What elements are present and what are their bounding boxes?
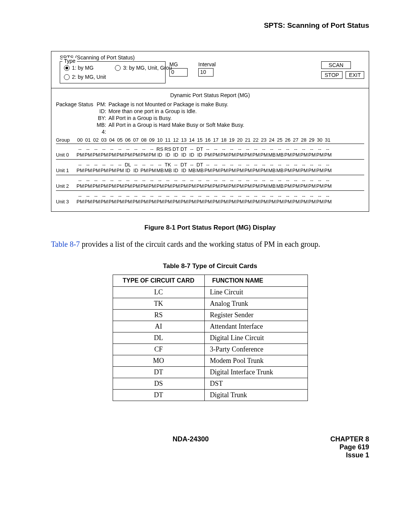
screenshot-controls: SPTS (Scanning of Port Status) Type 1: b… xyxy=(51,51,369,88)
group-col-header: 16 xyxy=(204,137,211,143)
status-cell: -- xyxy=(284,177,291,183)
status-cell: -- xyxy=(292,146,299,152)
unit-label-spacer xyxy=(56,193,76,199)
radio-label: 3: by MG, Unit, Grou xyxy=(123,65,172,71)
status-cell: ID xyxy=(180,168,187,173)
unit-block: ------------DL--------TK--DT--DT--------… xyxy=(56,160,364,175)
status-cell: PM xyxy=(164,199,171,204)
card-function-cell: Digital Interface Trunk xyxy=(204,367,307,378)
stop-button[interactable]: STOP xyxy=(321,71,342,79)
status-cell: MB xyxy=(276,152,283,158)
unit-label-spacer xyxy=(56,177,76,183)
status-cell: RS xyxy=(156,146,163,152)
status-cell: -- xyxy=(212,162,219,168)
status-cell: -- xyxy=(116,193,123,199)
status-cell: PM xyxy=(260,183,267,189)
status-cell: -- xyxy=(148,146,155,152)
status-cell: -- xyxy=(220,162,227,168)
status-cell: -- xyxy=(148,193,155,199)
status-cell: MB xyxy=(156,168,163,173)
status-cell: -- xyxy=(132,193,139,199)
status-cell: -- xyxy=(204,162,211,168)
status-cell: PM xyxy=(228,152,235,158)
radio-icon xyxy=(64,74,70,80)
status-cell: -- xyxy=(172,193,179,199)
status-cell: -- xyxy=(180,193,187,199)
status-cell: -- xyxy=(308,146,315,152)
status-cell: PM xyxy=(228,168,235,173)
status-cell: MB xyxy=(164,168,171,173)
page-footer: NDA-24300 CHAPTER 8 Page 619 Issue 1 xyxy=(51,435,369,459)
status-cell: PM xyxy=(204,152,211,158)
table-row: DLDigital Line Circuit xyxy=(113,332,307,344)
status-cell: PM xyxy=(300,168,307,173)
status-cell: -- xyxy=(148,162,155,168)
status-cell: PM xyxy=(108,168,115,173)
screenshot-title: SPTS (Scanning of Port Status) xyxy=(60,54,364,61)
status-cell: -- xyxy=(244,162,251,168)
status-cell: -- xyxy=(156,162,163,168)
radio-by-mg-unit[interactable]: 2: by MG, Unit xyxy=(64,74,106,80)
status-cell: -- xyxy=(124,193,131,199)
status-cell: PM xyxy=(252,152,259,158)
status-cell: PM xyxy=(76,168,83,173)
group-col-header: 02 xyxy=(92,137,99,143)
group-col-header: 08 xyxy=(140,137,147,143)
status-cell: -- xyxy=(188,177,195,183)
status-cell: -- xyxy=(300,177,307,183)
status-cell: -- xyxy=(244,177,251,183)
status-cell: PM xyxy=(92,152,99,158)
status-cell: PM xyxy=(324,199,331,204)
status-cell: -- xyxy=(276,193,283,199)
card-function-cell: Attendant Interface xyxy=(204,321,307,332)
status-cell: PM xyxy=(244,168,251,173)
status-cell: -- xyxy=(188,146,195,152)
screenshot-report: Dynamic Port Status Report (MG) Package … xyxy=(51,88,369,211)
card-function-cell: Digital Trunk xyxy=(204,390,307,401)
status-cell: -- xyxy=(84,193,91,199)
status-cell: PM xyxy=(148,152,155,158)
group-col-header: 13 xyxy=(180,137,187,143)
radio-label: 2: by MG, Unit xyxy=(72,74,106,80)
status-cell: -- xyxy=(316,162,323,168)
package-status-label: Package Status xyxy=(56,101,96,135)
group-col-header: 00 xyxy=(76,137,83,143)
interval-input[interactable]: 10 xyxy=(198,68,213,77)
status-cell: PM xyxy=(196,183,203,189)
mg-input[interactable]: 0 xyxy=(169,68,188,77)
status-cell: PM xyxy=(220,152,227,158)
package-status-legend: Package Status PM:Package is not Mounted… xyxy=(56,101,364,135)
card-type-cell: RS xyxy=(113,310,204,321)
table-header-function: FUNCTION NAME xyxy=(204,275,307,287)
legend-definition: ID:More than one port in a Group is Idle… xyxy=(96,108,244,114)
status-cell: -- xyxy=(244,146,251,152)
footer-issue: Issue 1 xyxy=(330,451,369,459)
status-cell: PM xyxy=(148,168,155,173)
status-cell: PM xyxy=(260,168,267,173)
status-cell: -- xyxy=(228,193,235,199)
status-cell: -- xyxy=(300,146,307,152)
status-cell: -- xyxy=(212,177,219,183)
scan-button[interactable]: SCAN xyxy=(321,61,351,69)
status-cell: PM xyxy=(284,183,291,189)
radio-by-mg[interactable]: 1: by MG xyxy=(64,65,106,71)
group-col-header: 05 xyxy=(116,137,123,143)
status-cell: MB xyxy=(276,183,283,189)
radio-by-mg-unit-group[interactable]: 3: by MG, Unit, Grou xyxy=(115,65,172,71)
status-cell: PM xyxy=(100,152,107,158)
status-cell: -- xyxy=(268,162,275,168)
status-cell: ID xyxy=(196,152,203,158)
group-col-header: 23 xyxy=(260,137,267,143)
status-cell: -- xyxy=(164,177,171,183)
group-col-header: 28 xyxy=(300,137,307,143)
status-cell: PM xyxy=(252,168,259,173)
unit-label: Unit 3 xyxy=(56,199,76,204)
exit-button[interactable]: EXIT xyxy=(346,71,364,79)
status-cell: -- xyxy=(140,177,147,183)
group-col-header: 22 xyxy=(252,137,259,143)
table-link[interactable]: Table 8-7 xyxy=(51,240,80,248)
status-cell: PM xyxy=(164,183,171,189)
group-col-header: 18 xyxy=(220,137,227,143)
status-cell: PM xyxy=(116,199,123,204)
status-cell: PM xyxy=(124,199,131,204)
